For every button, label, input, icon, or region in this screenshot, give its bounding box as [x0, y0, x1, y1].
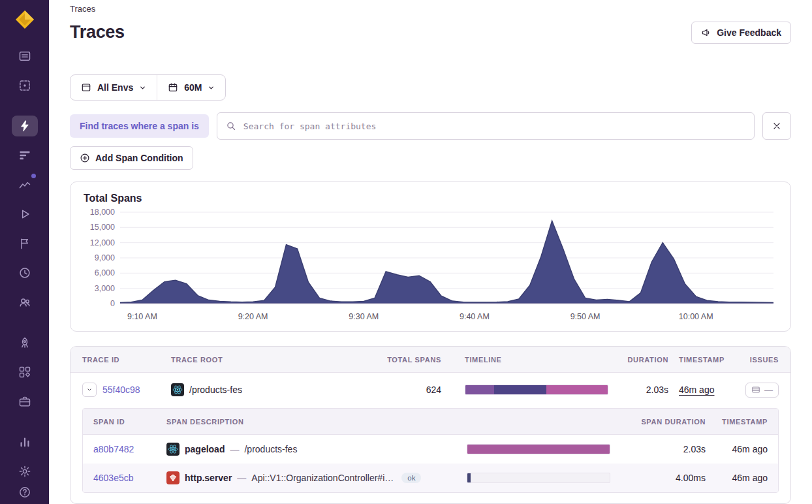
traces-table: TRACE ID TRACE ROOT TOTAL SPANS TIMELINE…	[70, 346, 791, 504]
svg-text:9:10 AM: 9:10 AM	[127, 312, 157, 321]
sidebar-item-organization[interactable]	[12, 391, 38, 412]
sentry-logo[interactable]	[14, 9, 35, 30]
page-filter-group: All Envs 60M	[70, 74, 226, 101]
alerts-notification-dot	[31, 174, 36, 178]
sidebar-item-replays[interactable]	[12, 204, 38, 225]
total-spans-area-chart: 03,0006,0009,00012,00015,00018,0009:10 A…	[84, 206, 777, 324]
dashed-box-icon	[18, 79, 31, 92]
issues-count: —	[764, 385, 773, 395]
svg-text:6,000: 6,000	[95, 268, 115, 277]
sidebar-item-integrations[interactable]	[12, 362, 38, 383]
span-row: a80b7482 pageload — /products-fes 2.03s …	[83, 435, 778, 464]
sidebar-footer	[0, 482, 49, 504]
sidebar-item-feedback[interactable]	[12, 292, 38, 313]
trace-timestamp: 46m ago	[668, 385, 739, 395]
stack-icon	[18, 50, 31, 63]
react-platform-icon	[166, 443, 180, 456]
window-icon	[81, 82, 91, 93]
add-span-condition-button[interactable]: Add Span Condition	[70, 146, 193, 170]
spans-subtable-header: SPAN ID SPAN DESCRIPTION SPAN DURATION T…	[83, 409, 778, 435]
span-search-label: Find traces where a span is	[70, 114, 209, 138]
col-span-timestamp: TIMESTAMP	[706, 418, 768, 426]
svg-text:9:30 AM: 9:30 AM	[349, 312, 379, 321]
chevron-down-icon	[87, 386, 92, 394]
total-spans-panel: Total Spans 03,0006,0009,00012,00015,000…	[70, 181, 791, 332]
sidebar-item-flags[interactable]	[12, 233, 38, 254]
span-search-box	[217, 112, 755, 140]
svg-text:10:00 AM: 10:00 AM	[679, 312, 713, 321]
trace-duration: 2.03s	[619, 385, 668, 395]
sidebar-nav	[0, 46, 49, 482]
span-row: 4603e5cb http.server — Api::V1::Organiza…	[83, 464, 778, 492]
briefcase-icon	[18, 395, 31, 408]
separator: —	[230, 444, 239, 454]
trace-issues-indicator: —	[745, 383, 779, 398]
lightning-icon	[18, 119, 31, 133]
sidebar-item-alerts[interactable]	[12, 174, 38, 195]
main-content: Traces Traces Give Feedback All Envs 60M	[49, 0, 812, 504]
svg-text:9:20 AM: 9:20 AM	[238, 312, 268, 321]
users-icon	[18, 296, 31, 309]
page-header: Traces Give Feedback	[49, 20, 812, 44]
give-feedback-label: Give Feedback	[717, 27, 781, 38]
trace-row: 55f40c98 /products-fes 624 2.03s 46m ago	[70, 373, 790, 407]
sidebar-item-explore[interactable]	[12, 75, 38, 96]
col-span-duration: SPAN DURATION	[610, 418, 706, 426]
chevron-down-icon	[208, 84, 215, 91]
svg-text:18,000: 18,000	[90, 208, 115, 217]
sidebar-item-profiling[interactable]	[12, 145, 38, 166]
separator: —	[237, 473, 246, 483]
trace-id-link[interactable]: 55f40c98	[102, 385, 140, 395]
sidebar-item-help[interactable]	[12, 482, 38, 503]
svg-text:9:40 AM: 9:40 AM	[460, 312, 490, 321]
line-chart-icon	[18, 178, 31, 191]
date-range-filter-label: 60M	[184, 82, 202, 93]
col-span-description: SPAN DESCRIPTION	[166, 418, 467, 426]
svg-text:9:50 AM: 9:50 AM	[570, 312, 601, 321]
span-op: http.server	[185, 473, 232, 483]
sidebar-item-issues[interactable]	[12, 46, 38, 67]
span-id-link[interactable]: 4603e5cb	[93, 473, 166, 483]
sidebar-item-crons[interactable]	[12, 262, 38, 283]
plus-circle-icon	[80, 153, 90, 163]
col-timeline: TIMELINE	[441, 356, 619, 364]
span-duration: 4.00ms	[610, 473, 706, 483]
trace-timeline-bar	[465, 385, 608, 395]
environment-filter[interactable]: All Envs	[70, 75, 157, 100]
span-search-input[interactable]	[242, 121, 745, 132]
sidebar-item-launch[interactable]	[12, 332, 38, 353]
bar-chart-icon	[18, 435, 31, 449]
content-area: All Envs 60M Find traces where a span is	[49, 44, 812, 504]
span-timestamp: 46m ago	[706, 444, 768, 454]
search-icon	[226, 121, 236, 131]
give-feedback-button[interactable]: Give Feedback	[691, 22, 791, 44]
total-spans-value: 624	[363, 385, 441, 395]
sidebar	[0, 0, 49, 504]
span-timestamp: 46m ago	[706, 473, 768, 483]
flamegraph-icon	[18, 149, 31, 162]
span-search-row: Find traces where a span is	[70, 112, 791, 140]
blocks-icon	[18, 366, 31, 379]
span-description: Api::V1::OrganizationController#i…	[251, 473, 394, 483]
add-span-condition-label: Add Span Condition	[95, 153, 183, 163]
status-badge: ok	[401, 473, 421, 483]
sidebar-item-traces[interactable]	[12, 116, 38, 136]
breadcrumb-traces[interactable]: Traces	[70, 4, 95, 14]
svg-text:3,000: 3,000	[95, 284, 115, 293]
help-icon	[18, 486, 31, 499]
environment-filter-label: All Envs	[97, 82, 133, 93]
svg-text:15,000: 15,000	[90, 223, 115, 232]
span-id-link[interactable]: a80b7482	[93, 444, 166, 454]
span-timeline-bar	[467, 444, 610, 454]
page-title: Traces	[70, 22, 125, 42]
span-op: pageload	[185, 444, 225, 454]
collapse-trace-button[interactable]	[82, 383, 97, 397]
gear-icon	[18, 465, 31, 478]
trace-root-name: /products-fes	[189, 385, 242, 395]
flag-icon	[18, 237, 31, 250]
clear-search-button[interactable]	[762, 112, 791, 140]
date-range-filter[interactable]: 60M	[157, 75, 225, 100]
sidebar-item-stats[interactable]	[12, 432, 38, 452]
sidebar-item-settings[interactable]	[12, 461, 38, 482]
col-trace-id: TRACE ID	[82, 356, 171, 364]
